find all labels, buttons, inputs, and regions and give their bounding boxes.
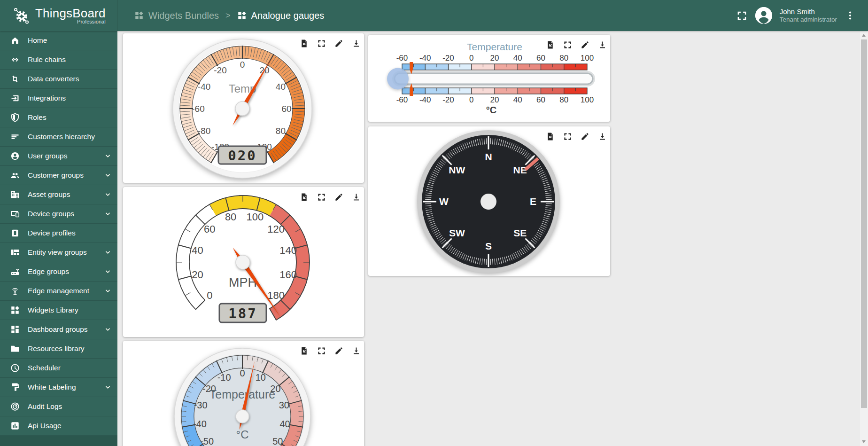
- download-widget-button[interactable]: [351, 346, 361, 356]
- download-icon: [352, 346, 361, 355]
- svg-text:-60: -60: [192, 104, 204, 114]
- edit-widget-button[interactable]: [580, 132, 589, 141]
- more-menu-button[interactable]: [845, 10, 856, 21]
- scrollbar-thumb[interactable]: [861, 39, 867, 408]
- sidebar-item-white-labeling[interactable]: White Labeling: [0, 378, 117, 397]
- export-widget-button[interactable]: [299, 346, 309, 356]
- download-widget-button[interactable]: [597, 40, 607, 50]
- sidebar-bottom-strip: [0, 436, 117, 446]
- fullscreen-icon: [563, 132, 572, 141]
- download-widget-button[interactable]: [597, 132, 607, 141]
- chevron-down-icon: [104, 172, 112, 180]
- fullscreen-widget-button[interactable]: [317, 39, 326, 48]
- widget-actions: [299, 39, 361, 48]
- user-role: Tenant administrator: [780, 16, 837, 23]
- thingsboard-app: ThingsBoard Professional Widgets Bundles…: [0, 0, 868, 446]
- scrollbar-down-arrow[interactable]: [862, 440, 866, 443]
- download-widget-button[interactable]: [351, 193, 361, 202]
- speed-gauge-gauge: 020406080100120140160180MPH187: [123, 187, 364, 337]
- export-widget-icon: [300, 39, 309, 48]
- scrollbar-up-arrow[interactable]: [862, 34, 866, 37]
- vertical-scrollbar[interactable]: [860, 31, 868, 446]
- sidebar-item-asset-groups[interactable]: Asset groups: [0, 185, 117, 204]
- breadcrumb-item-analogue-gauges[interactable]: Analogue gauges: [237, 10, 325, 21]
- sidebar-item-home[interactable]: Home: [0, 31, 117, 50]
- sidebar-item-entity-view-groups[interactable]: Entity view groups: [0, 243, 117, 262]
- chevron-down-icon: [104, 210, 112, 218]
- sidebar-item-edge-management[interactable]: Edge management: [0, 282, 117, 301]
- svg-text:40: 40: [192, 244, 203, 256]
- device-groups-icon: [10, 209, 20, 219]
- customers-hierarchy-icon: [10, 132, 20, 141]
- sidebar-item-audit-logs[interactable]: Audit Logs: [0, 397, 117, 416]
- sidebar-item-integrations[interactable]: Integrations: [0, 89, 117, 108]
- sidebar-item-dashboard-groups[interactable]: Dashboard groups: [0, 320, 117, 339]
- svg-text:40: 40: [513, 54, 522, 63]
- sidebar-item-data-converters[interactable]: Data converters: [0, 70, 117, 89]
- sidebar-item-label: Device profiles: [28, 229, 112, 237]
- export-widget-button[interactable]: [545, 132, 555, 141]
- svg-text:50: 50: [272, 436, 283, 446]
- edit-icon: [334, 39, 343, 48]
- sidebar-item-resources-library[interactable]: Resources library: [0, 339, 117, 359]
- edit-icon: [581, 40, 589, 49]
- edit-widget-button[interactable]: [334, 39, 343, 48]
- user-info[interactable]: John Smith Tenant administrator: [780, 8, 837, 23]
- svg-text:20: 20: [490, 54, 499, 63]
- sidebar-item-device-profiles[interactable]: Device profiles: [0, 224, 117, 243]
- thingsboard-gear-icon: [11, 6, 31, 25]
- temperature-radial-gauge-gauge: -100-80-60-40-20020406080100Temp020: [123, 33, 364, 183]
- sidebar-item-roles[interactable]: Roles: [0, 108, 117, 127]
- svg-text:-20: -20: [214, 65, 226, 75]
- svg-text:-20: -20: [442, 54, 454, 63]
- edge-management-icon: [10, 286, 20, 296]
- export-widget-icon: [546, 132, 555, 141]
- export-widget-button[interactable]: [299, 39, 309, 48]
- svg-text:80: 80: [225, 211, 236, 223]
- fullscreen-button[interactable]: [736, 10, 748, 22]
- thingsboard-logo[interactable]: ThingsBoard Professional: [0, 0, 117, 31]
- svg-text:0: 0: [469, 54, 473, 63]
- svg-text:Temperature: Temperature: [467, 41, 522, 52]
- svg-text:60: 60: [536, 54, 545, 63]
- svg-text:60: 60: [536, 95, 545, 104]
- logo-subtitle: Professional: [77, 19, 106, 24]
- chevron-down-icon: [104, 191, 112, 199]
- edit-icon: [334, 346, 343, 355]
- sidebar-item-customer-groups[interactable]: Customer groups: [0, 166, 117, 185]
- fullscreen-widget-button[interactable]: [317, 346, 326, 356]
- svg-text:NW: NW: [449, 164, 465, 175]
- user-groups-icon: [10, 151, 20, 161]
- sidebar-item-customers-hierarchy[interactable]: Customers hierarchy: [0, 127, 117, 147]
- sidebar-item-label: Dashboard groups: [28, 325, 104, 334]
- customer-groups-icon: [10, 171, 20, 180]
- svg-text:40: 40: [279, 419, 290, 429]
- download-widget-button[interactable]: [351, 39, 361, 48]
- svg-text:10: 10: [256, 372, 266, 383]
- sidebar-item-widgets-library[interactable]: Widgets Library: [0, 301, 117, 320]
- fullscreen-widget-button[interactable]: [563, 40, 572, 50]
- sidebar-item-label: Asset groups: [28, 190, 104, 199]
- svg-text:187: 187: [228, 305, 257, 321]
- edit-widget-button[interactable]: [334, 193, 343, 202]
- export-widget-icon: [300, 346, 309, 355]
- fullscreen-widget-button[interactable]: [317, 193, 326, 202]
- sidebar-item-label: Rule chains: [28, 55, 112, 64]
- edit-widget-button[interactable]: [580, 40, 589, 50]
- breadcrumb-item-widgets-bundles[interactable]: Widgets Bundles: [134, 10, 219, 21]
- sidebar-item-rule-chains[interactable]: Rule chains: [0, 50, 117, 70]
- sidebar-item-label: Entity view groups: [28, 248, 104, 257]
- sidebar-item-api-usage[interactable]: Api Usage: [0, 416, 117, 436]
- sidebar-item-user-groups[interactable]: User groups: [0, 147, 117, 166]
- svg-text:100: 100: [581, 54, 594, 63]
- sidebar-item-label: Data converters: [28, 75, 112, 83]
- svg-text:-40: -40: [419, 54, 431, 63]
- sidebar-item-edge-groups[interactable]: Edge groups: [0, 262, 117, 282]
- fullscreen-widget-button[interactable]: [563, 132, 572, 141]
- sidebar-item-device-groups[interactable]: Device groups: [0, 204, 117, 224]
- avatar[interactable]: [755, 7, 772, 24]
- sidebar-item-scheduler[interactable]: Scheduler: [0, 359, 117, 378]
- edit-widget-button[interactable]: [334, 346, 343, 356]
- export-widget-button[interactable]: [545, 40, 555, 50]
- export-widget-button[interactable]: [299, 193, 309, 202]
